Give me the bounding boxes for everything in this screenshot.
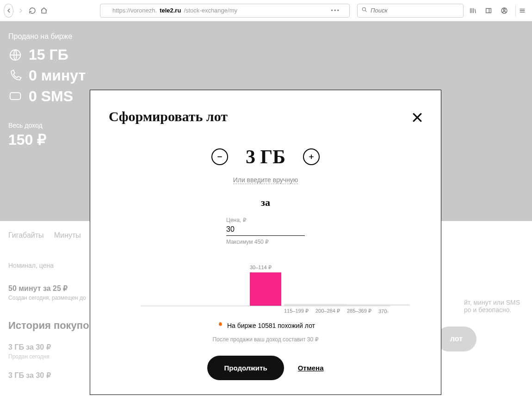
- flame-icon: [216, 321, 223, 330]
- search-icon: [361, 6, 368, 15]
- modal-title: Сформировать лот: [109, 109, 422, 124]
- sidebar-icon[interactable]: [482, 4, 495, 17]
- menu-icon[interactable]: [515, 4, 528, 17]
- url-path: /stock-exchange/my: [184, 7, 237, 14]
- za-label: за: [109, 197, 422, 209]
- back-button[interactable]: [4, 4, 13, 18]
- create-lot-pill[interactable]: лот: [436, 327, 476, 351]
- plus-icon: [308, 153, 315, 160]
- page-actions-icon[interactable]: •••: [331, 7, 340, 14]
- cancel-button[interactable]: Отмена: [298, 364, 324, 372]
- histogram-bar-label: 115–199 ₽: [284, 308, 309, 314]
- browser-toolbar: https://voronezh.tele2.ru/stock-exchange…: [0, 0, 532, 21]
- right-hint: йт, минут или SMSро и безопасно.: [464, 299, 520, 314]
- price-label: Цена, ₽: [226, 217, 305, 223]
- after-sale-text: После продажи ваш доход составит 30 ₽: [109, 336, 422, 343]
- close-icon: [410, 111, 424, 124]
- sold-on-exchange-title: Продано на бирже: [8, 32, 524, 41]
- price-histogram: 30–114 ₽115–199 ₽200–284 ₽285–369 ₽370-: [141, 266, 390, 306]
- reload-button[interactable]: [28, 4, 37, 17]
- library-icon[interactable]: [466, 4, 479, 17]
- globe-icon: [8, 48, 22, 62]
- close-button[interactable]: [410, 111, 424, 126]
- increment-button[interactable]: [303, 148, 320, 165]
- tab-min[interactable]: Минуты: [54, 231, 81, 239]
- histogram-bar-label: 285–369 ₽: [347, 308, 371, 314]
- forward-button: [16, 4, 25, 17]
- stat-min: 0 минут: [8, 67, 524, 84]
- tab-gb[interactable]: Гигабайты: [8, 231, 44, 239]
- svg-point-1: [362, 7, 365, 11]
- price-input[interactable]: [226, 223, 305, 236]
- search-bar[interactable]: [357, 4, 464, 18]
- minus-icon: [216, 153, 223, 160]
- histogram-bar[interactable]: [284, 304, 315, 306]
- histogram-bar-label: 200–284 ₽: [315, 308, 340, 314]
- search-input[interactable]: [371, 7, 459, 14]
- account-icon[interactable]: [498, 4, 511, 17]
- similar-lots-text: На бирже 10581 похожий лот: [227, 322, 315, 329]
- histogram-bar-label: 370-: [378, 308, 389, 314]
- sms-icon: [8, 90, 22, 104]
- manual-entry-link[interactable]: Или введите вручную: [233, 176, 298, 184]
- url-prefix: https://voronezh.: [112, 7, 157, 14]
- histogram-bar[interactable]: [347, 304, 378, 306]
- price-max: Максимум 450 ₽: [226, 239, 305, 245]
- home-button[interactable]: [40, 4, 49, 17]
- svg-rect-2: [486, 8, 491, 12]
- amount-value: 3 ГБ: [246, 146, 285, 168]
- url-host: tele2.ru: [160, 7, 181, 14]
- decrement-button[interactable]: [211, 148, 228, 165]
- stat-gb: 15 ГБ: [8, 46, 524, 63]
- create-lot-modal: Сформировать лот 3 ГБ Или введите вручну…: [90, 90, 441, 395]
- svg-point-4: [503, 9, 505, 11]
- histogram-bar-label: 30–114 ₽: [250, 265, 272, 271]
- histogram-bar[interactable]: [250, 272, 281, 306]
- url-bar[interactable]: https://voronezh.tele2.ru/stock-exchange…: [100, 4, 350, 18]
- continue-button[interactable]: Продолжить: [207, 356, 284, 380]
- phone-icon: [8, 69, 22, 83]
- histogram-bar[interactable]: [315, 304, 347, 306]
- histogram-bar[interactable]: [378, 304, 410, 306]
